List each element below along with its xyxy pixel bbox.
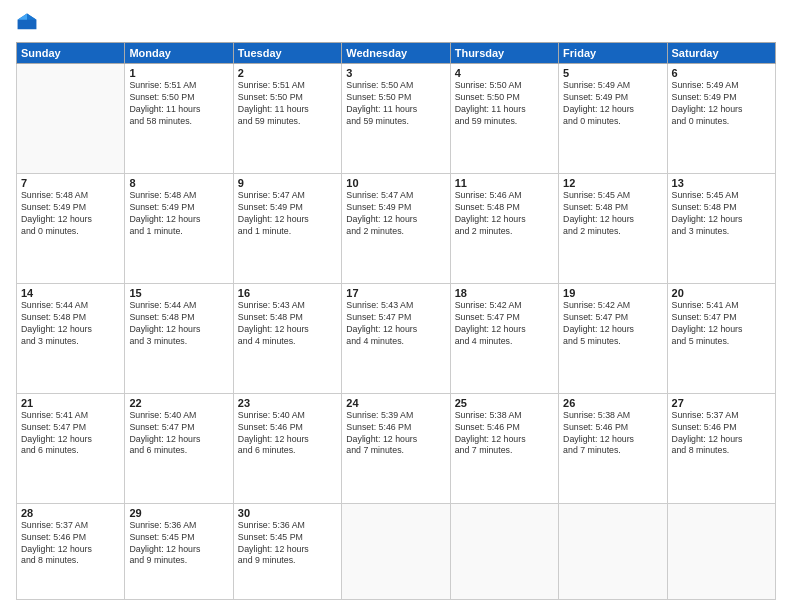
week-row-3: 14Sunrise: 5:44 AM Sunset: 5:48 PM Dayli…: [17, 283, 776, 393]
day-number: 6: [672, 67, 771, 79]
day-number: 27: [672, 397, 771, 409]
weekday-tuesday: Tuesday: [233, 43, 341, 64]
day-number: 3: [346, 67, 445, 79]
day-info: Sunrise: 5:40 AM Sunset: 5:46 PM Dayligh…: [238, 410, 337, 458]
day-number: 13: [672, 177, 771, 189]
calendar-cell: 26Sunrise: 5:38 AM Sunset: 5:46 PM Dayli…: [559, 393, 667, 503]
day-info: Sunrise: 5:41 AM Sunset: 5:47 PM Dayligh…: [672, 300, 771, 348]
day-number: 12: [563, 177, 662, 189]
day-number: 4: [455, 67, 554, 79]
day-info: Sunrise: 5:51 AM Sunset: 5:50 PM Dayligh…: [129, 80, 228, 128]
day-info: Sunrise: 5:41 AM Sunset: 5:47 PM Dayligh…: [21, 410, 120, 458]
calendar-cell: [450, 503, 558, 599]
day-number: 18: [455, 287, 554, 299]
day-number: 29: [129, 507, 228, 519]
calendar-cell: 20Sunrise: 5:41 AM Sunset: 5:47 PM Dayli…: [667, 283, 775, 393]
day-info: Sunrise: 5:42 AM Sunset: 5:47 PM Dayligh…: [563, 300, 662, 348]
weekday-thursday: Thursday: [450, 43, 558, 64]
week-row-1: 1Sunrise: 5:51 AM Sunset: 5:50 PM Daylig…: [17, 64, 776, 174]
day-number: 23: [238, 397, 337, 409]
calendar-cell: 4Sunrise: 5:50 AM Sunset: 5:50 PM Daylig…: [450, 64, 558, 174]
header: [16, 12, 776, 34]
day-info: Sunrise: 5:46 AM Sunset: 5:48 PM Dayligh…: [455, 190, 554, 238]
calendar-cell: [559, 503, 667, 599]
calendar-cell: 15Sunrise: 5:44 AM Sunset: 5:48 PM Dayli…: [125, 283, 233, 393]
week-row-5: 28Sunrise: 5:37 AM Sunset: 5:46 PM Dayli…: [17, 503, 776, 599]
day-info: Sunrise: 5:36 AM Sunset: 5:45 PM Dayligh…: [238, 520, 337, 568]
day-info: Sunrise: 5:43 AM Sunset: 5:47 PM Dayligh…: [346, 300, 445, 348]
day-number: 9: [238, 177, 337, 189]
svg-marker-1: [27, 14, 36, 20]
day-info: Sunrise: 5:48 AM Sunset: 5:49 PM Dayligh…: [129, 190, 228, 238]
calendar-cell: 22Sunrise: 5:40 AM Sunset: 5:47 PM Dayli…: [125, 393, 233, 503]
calendar-cell: 27Sunrise: 5:37 AM Sunset: 5:46 PM Dayli…: [667, 393, 775, 503]
day-info: Sunrise: 5:42 AM Sunset: 5:47 PM Dayligh…: [455, 300, 554, 348]
day-info: Sunrise: 5:50 AM Sunset: 5:50 PM Dayligh…: [455, 80, 554, 128]
day-info: Sunrise: 5:51 AM Sunset: 5:50 PM Dayligh…: [238, 80, 337, 128]
day-number: 20: [672, 287, 771, 299]
calendar-cell: [342, 503, 450, 599]
day-info: Sunrise: 5:39 AM Sunset: 5:46 PM Dayligh…: [346, 410, 445, 458]
day-number: 21: [21, 397, 120, 409]
day-number: 8: [129, 177, 228, 189]
day-info: Sunrise: 5:38 AM Sunset: 5:46 PM Dayligh…: [455, 410, 554, 458]
calendar-cell: 19Sunrise: 5:42 AM Sunset: 5:47 PM Dayli…: [559, 283, 667, 393]
calendar-cell: 2Sunrise: 5:51 AM Sunset: 5:50 PM Daylig…: [233, 64, 341, 174]
day-number: 24: [346, 397, 445, 409]
day-number: 11: [455, 177, 554, 189]
day-info: Sunrise: 5:50 AM Sunset: 5:50 PM Dayligh…: [346, 80, 445, 128]
calendar-cell: [17, 64, 125, 174]
day-info: Sunrise: 5:36 AM Sunset: 5:45 PM Dayligh…: [129, 520, 228, 568]
weekday-monday: Monday: [125, 43, 233, 64]
calendar-cell: 13Sunrise: 5:45 AM Sunset: 5:48 PM Dayli…: [667, 173, 775, 283]
week-row-2: 7Sunrise: 5:48 AM Sunset: 5:49 PM Daylig…: [17, 173, 776, 283]
calendar-cell: 7Sunrise: 5:48 AM Sunset: 5:49 PM Daylig…: [17, 173, 125, 283]
calendar-cell: 6Sunrise: 5:49 AM Sunset: 5:49 PM Daylig…: [667, 64, 775, 174]
day-number: 28: [21, 507, 120, 519]
day-number: 26: [563, 397, 662, 409]
weekday-header-row: SundayMondayTuesdayWednesdayThursdayFrid…: [17, 43, 776, 64]
calendar-cell: 3Sunrise: 5:50 AM Sunset: 5:50 PM Daylig…: [342, 64, 450, 174]
day-number: 7: [21, 177, 120, 189]
calendar-cell: 8Sunrise: 5:48 AM Sunset: 5:49 PM Daylig…: [125, 173, 233, 283]
day-number: 22: [129, 397, 228, 409]
calendar-cell: 9Sunrise: 5:47 AM Sunset: 5:49 PM Daylig…: [233, 173, 341, 283]
day-number: 14: [21, 287, 120, 299]
week-row-4: 21Sunrise: 5:41 AM Sunset: 5:47 PM Dayli…: [17, 393, 776, 503]
calendar-cell: 28Sunrise: 5:37 AM Sunset: 5:46 PM Dayli…: [17, 503, 125, 599]
calendar-cell: 24Sunrise: 5:39 AM Sunset: 5:46 PM Dayli…: [342, 393, 450, 503]
day-info: Sunrise: 5:48 AM Sunset: 5:49 PM Dayligh…: [21, 190, 120, 238]
weekday-sunday: Sunday: [17, 43, 125, 64]
weekday-saturday: Saturday: [667, 43, 775, 64]
day-number: 16: [238, 287, 337, 299]
day-number: 1: [129, 67, 228, 79]
day-info: Sunrise: 5:47 AM Sunset: 5:49 PM Dayligh…: [346, 190, 445, 238]
calendar-cell: 16Sunrise: 5:43 AM Sunset: 5:48 PM Dayli…: [233, 283, 341, 393]
calendar-cell: 21Sunrise: 5:41 AM Sunset: 5:47 PM Dayli…: [17, 393, 125, 503]
calendar-cell: 11Sunrise: 5:46 AM Sunset: 5:48 PM Dayli…: [450, 173, 558, 283]
page: SundayMondayTuesdayWednesdayThursdayFrid…: [0, 0, 792, 612]
day-info: Sunrise: 5:44 AM Sunset: 5:48 PM Dayligh…: [129, 300, 228, 348]
day-number: 15: [129, 287, 228, 299]
weekday-wednesday: Wednesday: [342, 43, 450, 64]
day-info: Sunrise: 5:49 AM Sunset: 5:49 PM Dayligh…: [563, 80, 662, 128]
day-number: 30: [238, 507, 337, 519]
day-number: 17: [346, 287, 445, 299]
calendar-cell: 29Sunrise: 5:36 AM Sunset: 5:45 PM Dayli…: [125, 503, 233, 599]
logo-icon: [16, 12, 38, 34]
calendar-cell: 25Sunrise: 5:38 AM Sunset: 5:46 PM Dayli…: [450, 393, 558, 503]
logo: [16, 12, 42, 34]
day-number: 25: [455, 397, 554, 409]
calendar-cell: [667, 503, 775, 599]
weekday-friday: Friday: [559, 43, 667, 64]
calendar-cell: 30Sunrise: 5:36 AM Sunset: 5:45 PM Dayli…: [233, 503, 341, 599]
day-info: Sunrise: 5:49 AM Sunset: 5:49 PM Dayligh…: [672, 80, 771, 128]
calendar-cell: 14Sunrise: 5:44 AM Sunset: 5:48 PM Dayli…: [17, 283, 125, 393]
calendar-cell: 1Sunrise: 5:51 AM Sunset: 5:50 PM Daylig…: [125, 64, 233, 174]
day-number: 10: [346, 177, 445, 189]
calendar-table: SundayMondayTuesdayWednesdayThursdayFrid…: [16, 42, 776, 600]
day-info: Sunrise: 5:47 AM Sunset: 5:49 PM Dayligh…: [238, 190, 337, 238]
calendar-cell: 12Sunrise: 5:45 AM Sunset: 5:48 PM Dayli…: [559, 173, 667, 283]
day-info: Sunrise: 5:45 AM Sunset: 5:48 PM Dayligh…: [672, 190, 771, 238]
day-info: Sunrise: 5:40 AM Sunset: 5:47 PM Dayligh…: [129, 410, 228, 458]
